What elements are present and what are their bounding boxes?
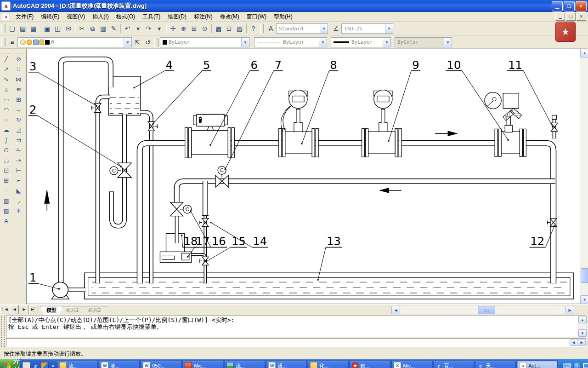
zoom-previous-icon[interactable]: ⊙ <box>199 23 210 34</box>
line-icon[interactable]: ╱ <box>1 54 11 64</box>
prev-tab-icon[interactable]: ◀ <box>10 305 19 314</box>
taskbar-button-7[interactable]: 化... <box>308 360 349 368</box>
text-style-combo[interactable]: Standard▼ <box>276 23 328 34</box>
first-tab-icon[interactable]: ▏◀ <box>0 305 9 314</box>
toolbar-grip[interactable] <box>15 51 23 53</box>
undo-icon[interactable]: ↶ <box>122 23 133 34</box>
redo-dropdown-icon[interactable]: ▾ <box>154 23 164 34</box>
taskbar-button-3[interactable]: W050... <box>141 360 181 368</box>
chamfer-icon[interactable]: ◣ <box>13 185 24 196</box>
taskbar-button-8[interactable]: ★超... <box>350 360 390 368</box>
last-tab-icon[interactable]: ▶▏ <box>29 305 38 314</box>
circle-icon[interactable]: ○ <box>1 115 11 125</box>
scroll-down-icon[interactable]: ▼ <box>580 295 588 304</box>
hide-tray-icons-icon[interactable]: ‹ <box>574 362 581 368</box>
open-icon[interactable]: ▤ <box>17 23 28 34</box>
cut-icon[interactable]: ✂ <box>77 23 87 34</box>
media-player-icon[interactable] <box>41 362 49 368</box>
chevron-down-icon[interactable]: ▼ <box>320 24 328 33</box>
scroll-right-icon[interactable]: ▶ <box>578 339 586 346</box>
print-icon[interactable]: ▣ <box>42 23 52 34</box>
menu-item-2[interactable]: 编辑(E) <box>37 12 63 22</box>
mdi-minimize-button[interactable]: ▁ <box>555 12 565 21</box>
menu-item-7[interactable]: 绘图(D) <box>164 12 190 22</box>
layer-plot-icon[interactable] <box>33 40 39 45</box>
horizontal-scroll-thumb[interactable]: |||| <box>478 306 495 314</box>
ssreader-logo[interactable]: ★ <box>556 22 575 41</box>
hatch-icon[interactable]: ▨ <box>1 196 11 206</box>
break-point-icon[interactable]: ⊢ <box>13 165 24 175</box>
make-layer-current-icon[interactable]: ⇱ <box>132 37 142 47</box>
save-icon[interactable]: ▦ <box>28 23 39 34</box>
keyboard-tray-icon[interactable]: ⌨ <box>563 362 571 368</box>
toolbar-grip[interactable] <box>2 51 11 53</box>
taskbar-button-4[interactable]: Mic... <box>182 360 223 368</box>
revcloud-icon[interactable]: ☁ <box>1 125 11 135</box>
tab-布局2[interactable]: 布局2 <box>82 306 107 315</box>
display-tray-icon[interactable] <box>583 363 588 368</box>
mtext-icon[interactable]: A <box>1 216 11 226</box>
text-style-icon[interactable]: A <box>266 23 276 34</box>
menu-item-1[interactable]: 文件(F) <box>12 12 37 22</box>
minimize-button[interactable]: ▁ <box>552 1 563 12</box>
ellipse-arc-icon[interactable]: ◡ <box>1 155 11 165</box>
linetype-combo[interactable]: ByLayer ▼ <box>254 37 327 47</box>
toolbar-grip[interactable] <box>260 24 264 33</box>
mirror-icon[interactable]: ⋈ <box>13 74 24 84</box>
point-icon[interactable]: ∙ <box>1 185 11 196</box>
region-icon[interactable]: ▧ <box>1 206 11 216</box>
taskbar-button-11[interactable]: e天... <box>475 360 516 368</box>
toolpalettes-icon[interactable]: ▩ <box>213 23 224 34</box>
undo-dropdown-icon[interactable]: ▾ <box>133 23 143 34</box>
layer-previous-icon[interactable]: ↺ <box>142 37 153 47</box>
close-button[interactable]: ✕ <box>576 1 587 12</box>
offset-icon[interactable]: ≋ <box>13 84 24 94</box>
chevron-down-icon[interactable]: ▼ <box>383 38 390 47</box>
tab-布局1[interactable]: 布局1 <box>60 306 85 315</box>
taskbar-button-6[interactable]: W设... <box>266 360 307 368</box>
zoom-window-icon[interactable]: ⊞ <box>189 23 199 34</box>
menu-item-9[interactable]: 修改(M) <box>216 12 243 22</box>
array-icon[interactable]: ⊞ <box>13 94 24 104</box>
menu-item-8[interactable]: 标注(N) <box>190 12 216 22</box>
dim-style-icon[interactable]: ∠ <box>331 23 341 34</box>
toolbar-grip[interactable] <box>1 38 6 47</box>
polygon-icon[interactable]: ⌂ <box>1 84 11 94</box>
arc-icon[interactable]: ◠ <box>1 104 11 115</box>
taskbar-button-1[interactable]: 流... <box>57 360 98 368</box>
mdi-close-button[interactable]: ✕ <box>577 12 586 21</box>
layer-lock-icon[interactable] <box>40 40 44 45</box>
publish-icon[interactable]: ✉ <box>63 23 74 34</box>
move-icon[interactable]: ↔ <box>13 104 24 115</box>
horizontal-scrollbar[interactable]: ◀ |||| ▶ <box>391 306 574 314</box>
menu-item-11[interactable]: 帮助(H) <box>270 12 296 22</box>
extend-icon[interactable]: ⇢ <box>13 155 24 165</box>
layer-on-icon[interactable] <box>20 40 26 45</box>
show-desktop-icon[interactable] <box>23 362 30 368</box>
toolbar-grip[interactable] <box>154 38 158 47</box>
scale-icon[interactable]: ◿ <box>13 125 24 135</box>
autocad-app-icon[interactable]: a <box>1 1 11 11</box>
start-button[interactable]: 开始 <box>0 359 20 368</box>
next-tab-icon[interactable]: ▶ <box>20 305 28 314</box>
mdi-restore-button[interactable]: ❏ <box>566 12 576 21</box>
vertical-scroll-thumb[interactable] <box>581 268 588 283</box>
scroll-up-icon[interactable]: ▲ <box>578 316 587 323</box>
menu-item-6[interactable]: 工具(T) <box>139 12 164 22</box>
explode-icon[interactable]: ✳ <box>13 206 24 216</box>
quick-launch-more-icon[interactable]: » <box>51 363 54 368</box>
spline-icon[interactable]: ∫ <box>1 135 11 145</box>
zoom-realtime-icon[interactable]: ⊕ <box>178 23 189 34</box>
chevron-down-icon[interactable]: ▼ <box>385 24 393 33</box>
command-input[interactable]: ◀ ▶ <box>6 338 586 347</box>
command-window-grip[interactable] <box>1 316 5 347</box>
match-properties-icon[interactable]: ✎ <box>108 23 119 34</box>
menu-item-4[interactable]: 插入(I) <box>89 12 112 22</box>
designcenter-icon[interactable]: ⊡ <box>224 23 234 34</box>
trim-icon[interactable]: ✁ <box>13 145 24 155</box>
make-block-icon[interactable]: ⊞ <box>1 175 11 185</box>
taskbar-button-2[interactable]: W液... <box>99 360 140 368</box>
scroll-left-icon[interactable]: ◀ <box>570 339 577 346</box>
internet-explorer-icon[interactable]: e <box>32 362 39 368</box>
break-icon[interactable]: ⌐ <box>13 175 24 185</box>
